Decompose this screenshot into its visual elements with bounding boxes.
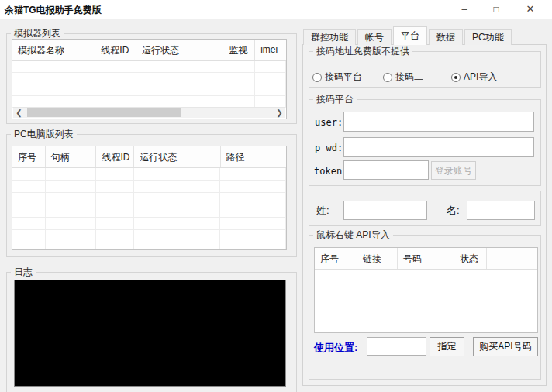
table-row[interactable]: [12, 168, 286, 181]
pc-list-group: PC电脑版列表 序号 句柄 线程ID 运行状态 路径: [6, 134, 297, 257]
token-input[interactable]: [343, 160, 429, 180]
radio-code-two[interactable]: 接码二: [383, 70, 423, 84]
table-row[interactable]: [12, 242, 286, 250]
table-row[interactable]: [12, 73, 286, 84]
hscroll-thumb[interactable]: [27, 108, 181, 117]
table-cell: [255, 61, 286, 72]
table-cell: [12, 84, 95, 95]
col-imei[interactable]: imei: [255, 40, 286, 60]
table-row[interactable]: [12, 61, 286, 73]
table-cell: [12, 193, 46, 205]
col-monitor[interactable]: 监视: [223, 40, 255, 60]
table-cell: [12, 96, 95, 107]
table-cell: [220, 205, 286, 217]
table-cell: [134, 242, 220, 250]
table-cell: [220, 230, 286, 242]
table-cell: [223, 61, 255, 72]
table-cell: [46, 168, 97, 180]
emulator-list-group: 模拟器列表 模拟器名称 线程ID 运行状态 监视 imei ❮ ❯: [6, 33, 297, 124]
emulator-hscrollbar[interactable]: ❮ ❯: [13, 107, 285, 118]
radio-icon: [383, 73, 392, 82]
minimize-icon[interactable]: –: [452, 0, 477, 19]
table-cell: [136, 61, 223, 72]
buy-api-number-button[interactable]: 购买API号码: [473, 337, 538, 356]
app-window: 余猫TG电报助手免费版 – □ ✕ 模拟器列表 模拟器名称 线程ID 运行状态 …: [0, 0, 552, 392]
usage-position-label: 使用位置:: [314, 341, 357, 355]
user-label: user:: [315, 117, 343, 128]
provider-group: 接码地址免费版不提供 接码平台 接码二 API导入: [309, 51, 541, 88]
scroll-left-icon[interactable]: ❮: [13, 108, 25, 118]
table-row[interactable]: [12, 230, 286, 242]
platform-group-title: 接码平台: [313, 93, 357, 106]
table-cell: [255, 73, 286, 84]
close-icon[interactable]: ✕: [518, 0, 543, 19]
table-cell: [223, 96, 255, 107]
col-index[interactable]: 序号: [12, 146, 46, 167]
scroll-right-icon[interactable]: ❯: [274, 108, 285, 118]
pwd-input[interactable]: [343, 137, 534, 157]
login-button[interactable]: 登录账号: [431, 161, 476, 180]
first-name-label: 名:: [447, 204, 460, 218]
maximize-icon[interactable]: □: [484, 0, 509, 19]
table-row[interactable]: [12, 193, 286, 205]
last-name-input[interactable]: [343, 201, 427, 220]
api-import-group: 鼠标右键 API导入 序号 链接 号码 状态 使用位置: 指定 购买API号码: [309, 235, 541, 380]
api-table-header: 序号 链接 号码 状态: [315, 248, 537, 270]
col-thread-id[interactable]: 线程ID: [95, 40, 136, 60]
tab-page-platform: 接码地址免费版不提供 接码平台 接码二 API导入 接码平台 user: p w…: [302, 44, 547, 386]
table-cell: [12, 218, 46, 229]
table-cell: [134, 181, 220, 192]
col-filler: [487, 248, 537, 269]
col-run-status[interactable]: 运行状态: [136, 40, 223, 60]
col-thread-id[interactable]: 线程ID: [96, 146, 134, 167]
col-emulator-name[interactable]: 模拟器名称: [12, 40, 95, 60]
provider-group-title: 接码地址免费版不提供: [313, 45, 412, 58]
table-cell: [96, 168, 134, 180]
tab-platform[interactable]: 平台: [393, 26, 427, 45]
assign-button[interactable]: 指定: [430, 337, 464, 356]
usage-position-input[interactable]: [367, 337, 426, 356]
table-cell: [46, 230, 97, 242]
log-output[interactable]: [14, 280, 286, 387]
table-cell: [96, 242, 134, 250]
name-group: 姓: 名:: [309, 191, 541, 226]
tab-account[interactable]: 帐号: [357, 29, 392, 45]
col-number[interactable]: 号码: [398, 248, 454, 269]
table-cell: [96, 181, 134, 192]
col-link[interactable]: 链接: [357, 248, 398, 269]
col-path[interactable]: 路径: [221, 146, 287, 167]
radio-api-import[interactable]: API导入: [451, 70, 497, 84]
first-name-input[interactable]: [467, 201, 535, 220]
col-run-status[interactable]: 运行状态: [134, 146, 220, 167]
emulator-table[interactable]: 模拟器名称 线程ID 运行状态 监视 imei ❮ ❯: [12, 39, 287, 119]
api-group-title: 鼠标右键 API导入: [313, 229, 393, 242]
pc-group-title: PC电脑版列表: [11, 128, 77, 141]
radio-code-platform[interactable]: 接码平台: [312, 70, 362, 84]
log-group-title: 日志: [11, 266, 36, 279]
table-cell: [220, 242, 286, 250]
table-row[interactable]: [12, 205, 286, 218]
table-cell: [136, 96, 223, 107]
table-cell: [96, 205, 134, 217]
table-row[interactable]: [12, 96, 286, 108]
platform-login-group: 接码平台 user: p wd: token: 登录账号: [309, 99, 541, 186]
table-cell: [95, 61, 136, 72]
tab-group-control[interactable]: 群控功能: [303, 29, 356, 45]
table-row[interactable]: [12, 181, 286, 193]
tab-data[interactable]: 数据: [429, 29, 463, 45]
pc-table[interactable]: 序号 句柄 线程ID 运行状态 路径: [12, 146, 287, 250]
table-cell: [12, 61, 95, 72]
emulator-table-header: 模拟器名称 线程ID 运行状态 监视 imei: [12, 40, 286, 61]
table-cell: [255, 84, 286, 95]
table-row[interactable]: [12, 218, 286, 230]
col-handle[interactable]: 句柄: [46, 146, 97, 167]
tab-pc-functions[interactable]: PC功能: [464, 29, 512, 45]
token-label: token:: [314, 166, 347, 177]
table-row[interactable]: [12, 84, 286, 96]
user-input[interactable]: [343, 112, 534, 132]
radio-icon: [312, 73, 322, 82]
table-cell: [12, 181, 46, 192]
col-status[interactable]: 状态: [454, 248, 487, 269]
col-index[interactable]: 序号: [315, 248, 357, 269]
api-table[interactable]: 序号 链接 号码 状态: [314, 247, 538, 333]
